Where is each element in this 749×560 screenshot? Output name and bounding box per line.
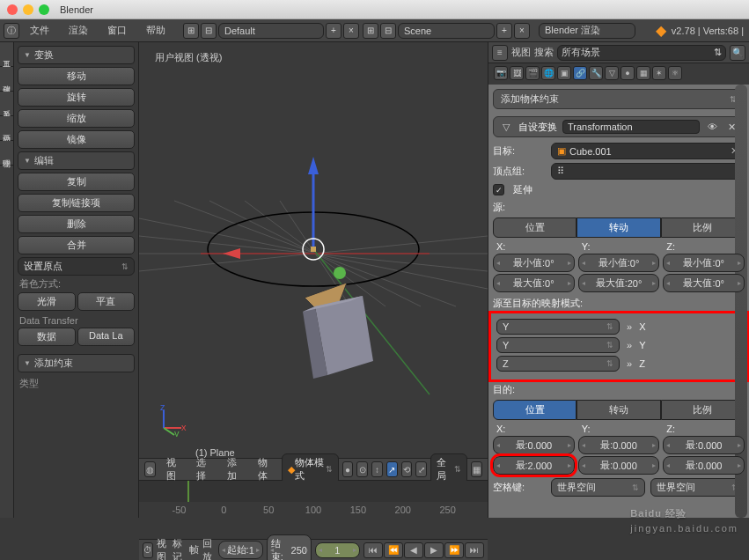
screen-layout-field[interactable]: Default xyxy=(218,23,324,39)
prop-physics-icon[interactable]: ⚛ xyxy=(668,66,682,80)
src-x-min[interactable]: 最小值:0° xyxy=(493,254,575,272)
vp-menu-view[interactable]: 视图 xyxy=(159,454,187,484)
shading-solid-icon[interactable]: ● xyxy=(342,461,354,477)
constraint-name-field[interactable]: Transformation xyxy=(562,120,700,134)
data-button[interactable]: 数据 xyxy=(18,328,76,346)
scale-button[interactable]: 缩放 xyxy=(18,109,135,128)
set-origin-select[interactable]: 设置原点 xyxy=(18,257,135,276)
manipulator-icon[interactable]: ↕ xyxy=(371,461,383,477)
duplicate-linked-button[interactable]: 复制链接项 xyxy=(18,194,135,212)
dst-y-min[interactable]: 最: 0.000 xyxy=(578,436,660,454)
map-from-2[interactable]: Y xyxy=(496,337,620,353)
layout-browse-icon[interactable]: ⊟ xyxy=(201,23,217,39)
dst-tab-scale[interactable]: 比例 xyxy=(661,400,745,420)
menu-file[interactable]: 文件 xyxy=(21,22,58,39)
dst-x-max[interactable]: 最: 2.000 xyxy=(493,456,575,475)
menu-help[interactable]: 帮助 xyxy=(137,22,174,39)
vp-menu-object[interactable]: 物体 xyxy=(251,454,278,484)
layers-icon[interactable]: ▦ xyxy=(471,461,482,477)
render-engine-field[interactable]: Blender 渲染 xyxy=(539,23,635,39)
tl-menu-frame[interactable]: 帧 xyxy=(189,543,199,556)
collapse-icon[interactable]: ▽ xyxy=(499,120,513,134)
add-object-constraint-select[interactable]: 添加物体约束 xyxy=(493,89,745,109)
prop-material-icon[interactable]: ● xyxy=(620,66,635,80)
editor-type-3d-icon[interactable]: ◍ xyxy=(144,461,156,477)
src-y-max[interactable]: 最大值:20° xyxy=(578,274,660,292)
scene-prev-icon[interactable]: ⊞ xyxy=(363,23,378,39)
tl-menu-marker[interactable]: 标记 xyxy=(173,537,185,561)
src-tab-rot[interactable]: 转动 xyxy=(576,217,660,238)
scene-browse-icon[interactable]: ⊟ xyxy=(380,23,396,39)
scene-add-icon[interactable]: + xyxy=(496,23,512,39)
keyframe-prev-icon[interactable]: ⏪ xyxy=(384,542,403,558)
tl-menu-playback[interactable]: 回放 xyxy=(202,537,215,561)
outliner-view-menu[interactable]: 视图 xyxy=(511,46,531,59)
play-reverse-icon[interactable]: ◀ xyxy=(404,542,423,558)
dst-z-max[interactable]: 最: 0.000 xyxy=(663,456,745,475)
manip-translate-icon[interactable]: ↗ xyxy=(386,461,398,477)
prop-texture-icon[interactable]: ▦ xyxy=(636,66,650,80)
map-from-1[interactable]: Y xyxy=(496,319,620,335)
target-field[interactable]: ▣Cube.001✕ xyxy=(551,143,745,159)
duplicate-button[interactable]: 复制 xyxy=(18,173,135,191)
dst-z-min[interactable]: 最: 0.000 xyxy=(663,436,745,454)
prop-layers-icon[interactable]: 🖼 xyxy=(510,66,524,80)
vp-menu-add[interactable]: 添加 xyxy=(220,454,247,484)
scene-field[interactable]: Scene xyxy=(398,23,495,39)
panel-transform-header[interactable]: 变换 xyxy=(18,46,135,64)
shade-flat-button[interactable]: 平直 xyxy=(77,292,136,311)
src-y-min[interactable]: 最小值:0° xyxy=(578,254,660,272)
space-from-select[interactable]: 世界空间 xyxy=(551,478,645,497)
manip-scale-icon[interactable]: ⤢ xyxy=(415,461,427,477)
layout-del-icon[interactable]: × xyxy=(343,23,359,39)
clear-target-icon[interactable]: ✕ xyxy=(731,145,738,157)
tab-tools[interactable]: 工具 xyxy=(0,42,13,67)
jump-start-icon[interactable]: ⏮ xyxy=(363,542,383,558)
panel-add-constraint-header[interactable]: 添加约束 xyxy=(18,354,135,372)
3d-viewport[interactable]: 用户视图 (透视) (1) Plane x z y ◍ 视图 选择 添加 物体 … xyxy=(139,42,488,518)
frame-current-field[interactable]: 1 xyxy=(315,542,360,558)
minimize-icon[interactable] xyxy=(23,4,33,15)
panel-edit-header[interactable]: 编辑 xyxy=(18,151,135,170)
dst-y-max[interactable]: 最: 0.000 xyxy=(578,456,660,475)
manip-rotate-icon[interactable]: ⟲ xyxy=(401,461,413,477)
vp-menu-select[interactable]: 选择 xyxy=(189,454,217,484)
menu-window[interactable]: 窗口 xyxy=(99,22,136,39)
prop-particles-icon[interactable]: ✶ xyxy=(652,66,666,80)
keyframe-next-icon[interactable]: ⏩ xyxy=(444,542,464,558)
dst-tab-rot[interactable]: 转动 xyxy=(576,400,660,420)
layout-prev-icon[interactable]: ⊞ xyxy=(183,23,199,39)
outliner-filter-select[interactable]: 所有场景⇅ xyxy=(557,45,726,61)
timeline-track[interactable] xyxy=(139,481,488,503)
data-layout-button[interactable]: Data La xyxy=(77,328,136,346)
play-icon[interactable]: ▶ xyxy=(424,542,444,558)
delete-constraint-icon[interactable]: ✕ xyxy=(724,120,738,134)
tab-relations[interactable]: 关系 xyxy=(0,92,13,116)
layout-add-icon[interactable]: + xyxy=(326,23,341,39)
outliner-search-icon[interactable]: 🔍 xyxy=(730,45,745,61)
outliner-editor-icon[interactable]: ≡ xyxy=(492,45,508,61)
timeline-editor-icon[interactable]: ⏱ xyxy=(143,542,153,558)
editor-type-icon[interactable]: ⓘ xyxy=(4,23,19,39)
jump-end-icon[interactable]: ⏭ xyxy=(465,542,484,558)
tab-animation[interactable]: 动画 xyxy=(0,116,13,141)
tab-physics[interactable]: 物理 xyxy=(0,141,13,166)
dst-x-min[interactable]: 最: 0.000 xyxy=(493,436,575,454)
scene-del-icon[interactable]: × xyxy=(514,23,530,39)
frame-start-field[interactable]: 起始: 1 xyxy=(218,541,263,559)
close-icon[interactable] xyxy=(7,4,18,15)
prop-scene-icon[interactable]: 🎬 xyxy=(525,66,540,80)
prop-render-icon[interactable]: 📷 xyxy=(494,66,508,80)
extrapolate-checkbox[interactable]: ✓ xyxy=(493,184,504,195)
space-to-select[interactable]: 世界空间 xyxy=(650,478,745,497)
pivot-icon[interactable]: ⊙ xyxy=(356,461,368,477)
mirror-button[interactable]: 镜像 xyxy=(18,130,135,149)
vgroup-field[interactable]: ⠿ xyxy=(551,163,745,180)
prop-constraints-icon[interactable]: 🔗 xyxy=(573,66,587,80)
map-from-3[interactable]: Z xyxy=(496,356,620,372)
dst-tab-loc[interactable]: 位置 xyxy=(493,400,576,420)
frame-end-field[interactable]: 结束: 250 xyxy=(267,534,312,561)
tab-create[interactable]: 创建 xyxy=(0,67,13,92)
delete-button[interactable]: 删除 xyxy=(18,215,135,233)
prop-world-icon[interactable]: 🌐 xyxy=(541,66,555,80)
